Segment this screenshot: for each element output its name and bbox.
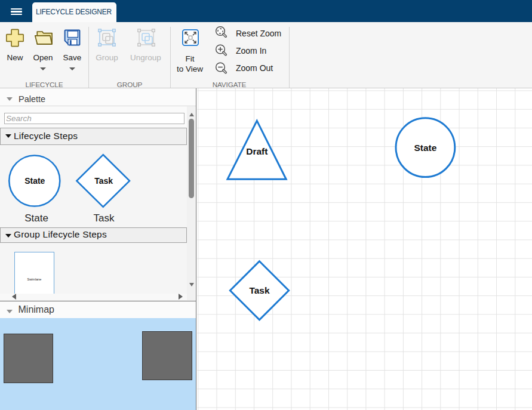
svg-text:State: State: [414, 143, 436, 153]
svg-text:Task: Task: [249, 285, 270, 295]
svg-text:Task: Task: [94, 176, 113, 186]
svg-text:State: State: [24, 176, 45, 186]
svg-text:Draft: Draft: [246, 146, 267, 156]
